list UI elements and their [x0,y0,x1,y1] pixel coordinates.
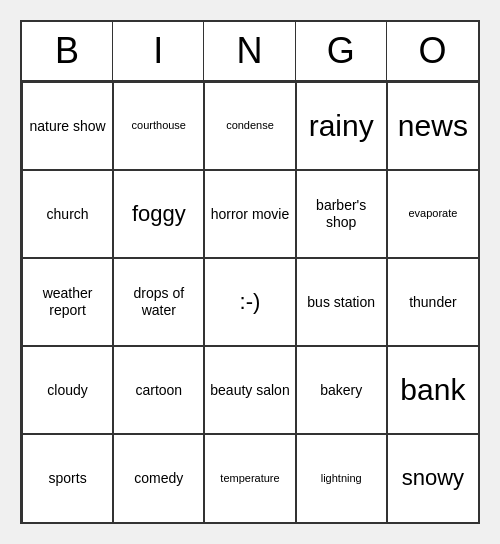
cell-text: bakery [320,382,362,399]
cell-text: :-) [240,289,261,315]
cell-text: drops of water [118,285,199,319]
bingo-cell: cloudy [22,346,113,434]
cell-text: lightning [321,472,362,485]
bingo-cell: sports [22,434,113,522]
cell-text: nature show [29,118,105,135]
cell-text: bank [400,372,465,408]
bingo-cell: foggy [113,170,204,258]
cell-text: temperature [220,472,279,485]
bingo-cell: church [22,170,113,258]
bingo-cell: courthouse [113,82,204,170]
bingo-cell: weather report [22,258,113,346]
bingo-grid: nature showcourthousecondenserainynewsch… [22,82,478,522]
cell-text: cartoon [135,382,182,399]
bingo-cell: drops of water [113,258,204,346]
cell-text: cloudy [47,382,87,399]
bingo-cell: nature show [22,82,113,170]
bingo-cell: evaporate [387,170,478,258]
cell-text: courthouse [132,119,186,132]
bingo-card: BINGO nature showcourthousecondenserainy… [20,20,480,524]
cell-text: snowy [402,465,464,491]
cell-text: rainy [309,108,374,144]
cell-text: beauty salon [210,382,289,399]
bingo-cell: temperature [204,434,295,522]
header-letter: N [204,22,295,80]
header-letter: B [22,22,113,80]
cell-text: condense [226,119,274,132]
bingo-cell: bakery [296,346,387,434]
bingo-cell: snowy [387,434,478,522]
bingo-header: BINGO [22,22,478,82]
cell-text: weather report [27,285,108,319]
cell-text: bus station [307,294,375,311]
cell-text: church [47,206,89,223]
cell-text: barber's shop [301,197,382,231]
cell-text: news [398,108,468,144]
cell-text: comedy [134,470,183,487]
cell-text: horror movie [211,206,290,223]
bingo-cell: horror movie [204,170,295,258]
header-letter: I [113,22,204,80]
header-letter: G [296,22,387,80]
bingo-cell: bank [387,346,478,434]
cell-text: sports [49,470,87,487]
header-letter: O [387,22,478,80]
bingo-cell: rainy [296,82,387,170]
bingo-cell: beauty salon [204,346,295,434]
bingo-cell: cartoon [113,346,204,434]
cell-text: thunder [409,294,456,311]
bingo-cell: lightning [296,434,387,522]
bingo-cell: :-) [204,258,295,346]
bingo-cell: news [387,82,478,170]
bingo-cell: bus station [296,258,387,346]
cell-text: evaporate [408,207,457,220]
bingo-cell: condense [204,82,295,170]
bingo-cell: comedy [113,434,204,522]
bingo-cell: barber's shop [296,170,387,258]
bingo-cell: thunder [387,258,478,346]
cell-text: foggy [132,201,186,227]
